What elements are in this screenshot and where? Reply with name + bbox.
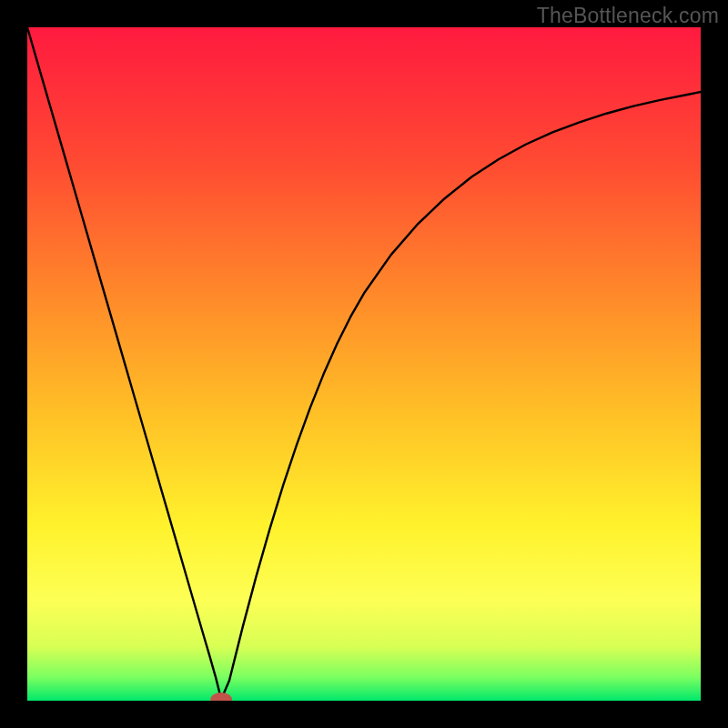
plot-area [27,27,701,701]
chart-frame: TheBottleneck.com [0,0,728,728]
gradient-background [27,27,701,701]
watermark-text: TheBottleneck.com [537,4,719,28]
chart-svg [27,27,701,701]
